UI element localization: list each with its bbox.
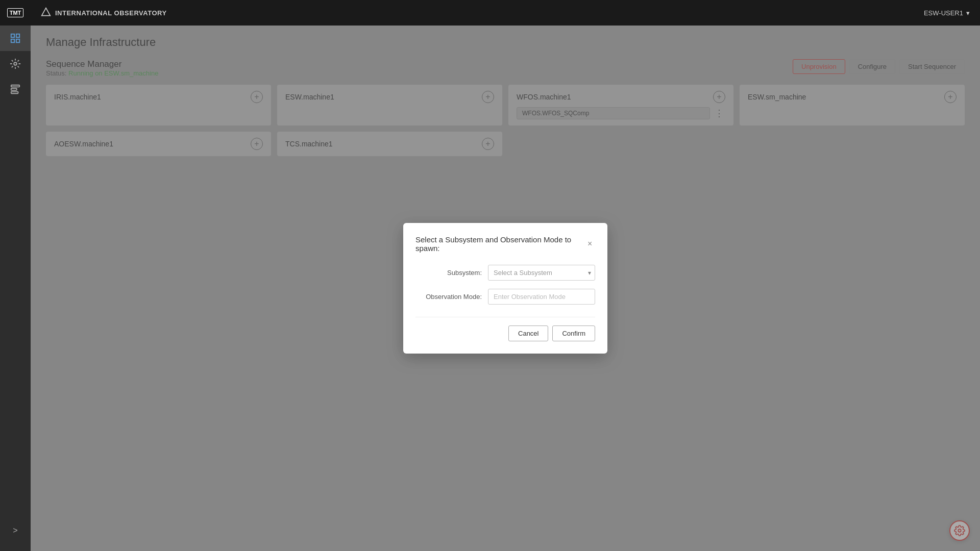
subsystem-select[interactable]: Select a Subsystem [488, 265, 595, 281]
topbar: INTERNATIONAL OBSERVATORY ESW-USER1 ▾ [31, 0, 980, 26]
svg-rect-2 [11, 39, 14, 42]
page-content: Manage Infrastructure Sequence Manager S… [31, 26, 980, 551]
svg-rect-1 [16, 34, 19, 37]
dialog-footer: Cancel Confirm [415, 317, 595, 341]
tmt-logo: TMT [7, 8, 24, 17]
sidebar: TMT > [0, 0, 31, 551]
main-wrapper: INTERNATIONAL OBSERVATORY ESW-USER1 ▾ Ma… [31, 0, 980, 551]
confirm-button[interactable]: Confirm [552, 325, 595, 341]
modal-overlay[interactable]: Select a Subsystem and Observation Mode … [31, 26, 980, 551]
dialog-header: Select a Subsystem and Observation Mode … [415, 235, 595, 253]
sidebar-item-observations[interactable] [0, 51, 31, 77]
svg-rect-6 [11, 88, 17, 90]
logo-area: TMT [0, 0, 31, 26]
spawn-dialog: Select a Subsystem and Observation Mode … [403, 223, 607, 354]
sidebar-item-sequencer[interactable] [0, 77, 31, 102]
user-chevron-icon: ▾ [966, 9, 970, 17]
cancel-button[interactable]: Cancel [508, 325, 548, 341]
username: ESW-USER1 [924, 9, 963, 17]
subsystem-select-wrapper: Select a Subsystem ▾ [488, 265, 595, 281]
svg-rect-0 [11, 34, 14, 37]
obsmode-label: Observation Mode: [415, 293, 482, 300]
subsystem-field: Subsystem: Select a Subsystem ▾ [415, 265, 595, 281]
close-icon: × [587, 239, 592, 248]
obsmode-input[interactable] [488, 289, 595, 305]
dialog-title: Select a Subsystem and Observation Mode … [415, 235, 585, 253]
user-menu[interactable]: ESW-USER1 ▾ [924, 9, 970, 17]
brand-name: INTERNATIONAL OBSERVATORY [55, 9, 167, 17]
svg-rect-5 [11, 85, 20, 87]
sidebar-expand-button[interactable]: > [0, 520, 31, 541]
dialog-close-button[interactable]: × [585, 238, 595, 249]
obsmode-field: Observation Mode: [415, 289, 595, 305]
svg-point-4 [14, 62, 17, 65]
sidebar-item-infrastructure[interactable] [0, 26, 31, 51]
brand: INTERNATIONAL OBSERVATORY [41, 7, 167, 19]
svg-rect-3 [16, 39, 19, 42]
brand-logo [41, 7, 51, 19]
svg-marker-8 [42, 8, 51, 15]
subsystem-label: Subsystem: [415, 269, 482, 277]
svg-rect-7 [11, 92, 18, 94]
